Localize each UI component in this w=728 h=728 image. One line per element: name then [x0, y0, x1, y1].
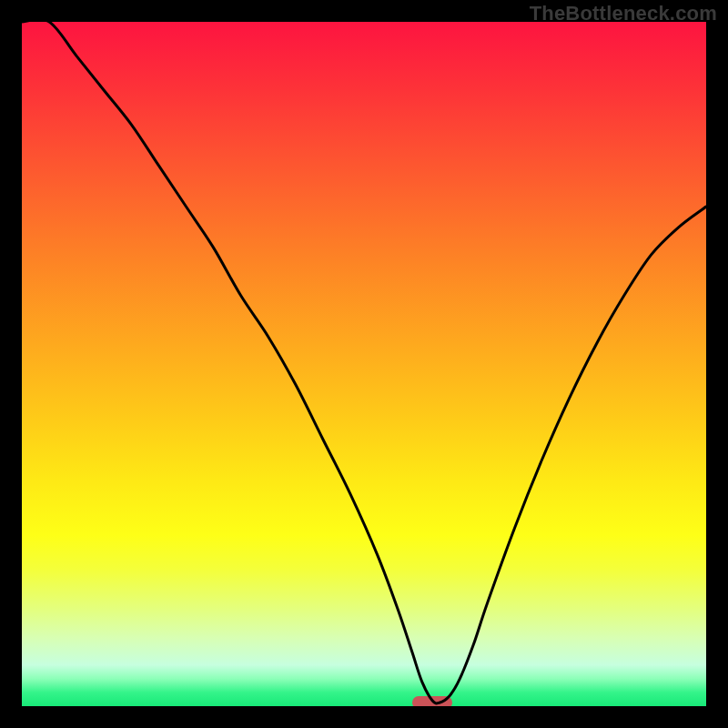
- watermark-text: TheBottleneck.com: [530, 2, 717, 25]
- plot-area: [22, 22, 706, 706]
- bottleneck-curve: [22, 22, 706, 706]
- chart-frame: TheBottleneck.com: [0, 0, 728, 728]
